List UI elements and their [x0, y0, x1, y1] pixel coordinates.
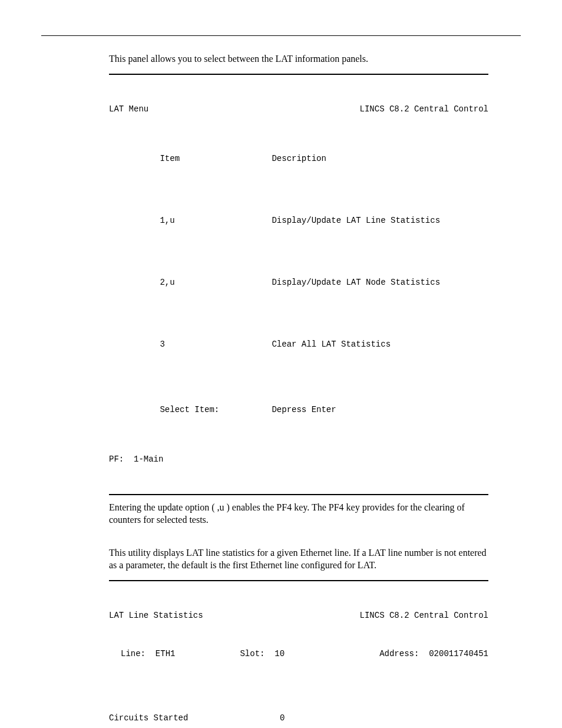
page-content: This panel allows you to select between …: [109, 52, 488, 728]
panel1-head-item: Item: [160, 153, 272, 165]
top-rule: [41, 35, 521, 36]
panel1-row-2: 3Clear All LAT Statistics: [109, 326, 488, 363]
panel2-slot-label: Slot:: [240, 649, 265, 658]
panel1-desc-2: Clear All LAT Statistics: [272, 340, 391, 349]
panel1-select-action: Depress Enter: [272, 405, 336, 414]
before-panel2-text: This utility displays LAT line statistic…: [109, 546, 488, 572]
stat-row-0: Circuits Started0: [109, 712, 488, 724]
lat-menu-panel: LAT Menu LINCS C8.2 Central Control Item…: [109, 74, 488, 495]
panel1-item-1: 2,u: [160, 276, 272, 289]
panel1-title-right: LINCS C8.2 Central Control: [360, 103, 488, 116]
panel1-desc-1: Display/Update LAT Node Statistics: [272, 278, 440, 287]
panel1-head-desc: Description: [272, 154, 326, 163]
panel1-pf: PF: 1-Main: [109, 453, 488, 466]
panel2-title-right: LINCS C8.2 Central Control: [360, 610, 488, 622]
panel2-addr-value: 020011740451: [429, 649, 488, 658]
panel1-select-label: Select Item:: [160, 404, 272, 416]
after-panel1-text: Entering the update option ( ,u ) enable…: [109, 501, 488, 526]
lat-line-stats-panel: LAT Line Statistics LINCS C8.2 Central C…: [109, 580, 488, 728]
panel2-title-left: LAT Line Statistics: [109, 610, 203, 622]
panel2-line-label: Line:: [121, 649, 146, 658]
panel1-row-1: 2,uDisplay/Update LAT Node Statistics: [109, 264, 488, 301]
panel1-title-left: LAT Menu: [109, 103, 148, 116]
panel2-line-value: ETH1: [156, 649, 176, 658]
stat-label-0: Circuits Started: [109, 712, 280, 724]
panel1-desc-0: Display/Update LAT Line Statistics: [272, 216, 440, 225]
panel1-item-0: 1,u: [160, 215, 272, 227]
stat-value-0: 0: [280, 712, 327, 724]
panel2-addr-label: Address:: [379, 649, 419, 658]
panel2-slot-value: 10: [275, 649, 285, 658]
intro-text: This panel allows you to select between …: [109, 52, 488, 65]
panel1-row-0: 1,uDisplay/Update LAT Line Statistics: [109, 202, 488, 239]
panel1-item-2: 3: [160, 338, 272, 351]
